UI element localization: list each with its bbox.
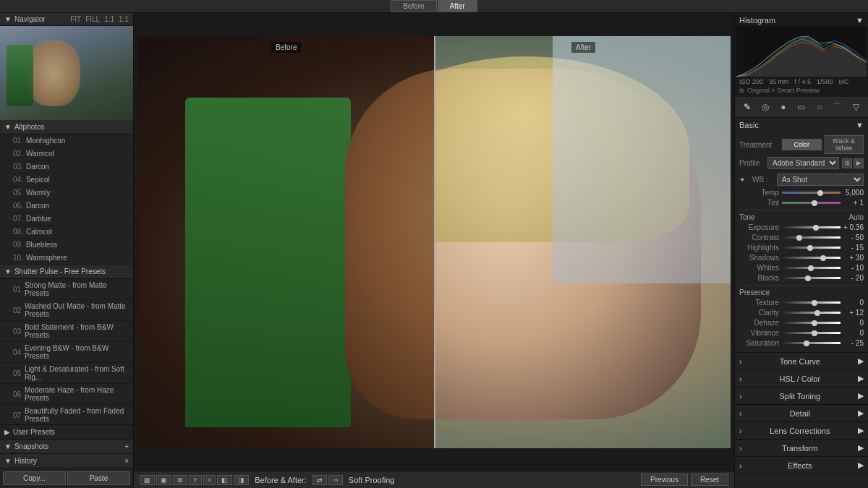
detail-panel[interactable]: › Detail ▶ xyxy=(735,405,868,422)
hsl-color-panel[interactable]: › HSL / Color ▶ xyxy=(735,370,868,388)
contrast-thumb[interactable] xyxy=(796,235,802,241)
list-item[interactable]: 04Evening B&W - from B&W Presets xyxy=(0,342,133,363)
basic-panel-chevron[interactable]: ▼ xyxy=(856,121,864,129)
whites-slider[interactable] xyxy=(782,267,841,269)
transform-panel[interactable]: › Transform ▶ xyxy=(735,440,868,457)
exposure-slider[interactable] xyxy=(782,226,841,228)
vibrance-thumb[interactable] xyxy=(812,330,817,336)
blacks-slider[interactable] xyxy=(782,277,841,279)
list-item[interactable]: 04.Sepicol xyxy=(0,174,133,187)
view-grid-btn[interactable]: ▦ xyxy=(140,475,155,485)
clarity-thumb[interactable] xyxy=(814,310,820,316)
dehaze-thumb[interactable] xyxy=(812,320,817,326)
transform-expand-icon[interactable]: ▶ xyxy=(858,443,864,453)
list-item[interactable]: 06.Darcon xyxy=(0,200,133,213)
split-toning-expand-icon[interactable]: ▶ xyxy=(858,391,864,401)
view-people-btn[interactable]: ≡ xyxy=(203,475,216,485)
list-item[interactable]: 10.Warmsphere xyxy=(0,252,133,265)
bw-treatment-button[interactable]: Black & White xyxy=(825,135,864,154)
list-item[interactable]: 01.Monhighcon xyxy=(0,134,133,147)
redeye-icon[interactable]: ● xyxy=(776,100,791,114)
view-compare-btn[interactable]: ⊠ xyxy=(173,475,187,485)
list-item[interactable]: 09.Bluebless xyxy=(0,239,133,252)
effects-expand-icon[interactable]: ▶ xyxy=(858,461,864,470)
list-item[interactable]: 07Beautifully Faded - from Faded Presets xyxy=(0,405,133,424)
spot-removal-icon[interactable]: ◎ xyxy=(758,100,773,114)
list-item[interactable]: 08.Calmcol xyxy=(0,226,133,239)
adjustment-brush-icon[interactable]: ⌒ xyxy=(830,100,845,114)
temp-thumb[interactable] xyxy=(817,190,823,196)
blacks-thumb[interactable] xyxy=(805,275,811,281)
snapshots-header[interactable]: ▼ Snapshots + xyxy=(0,439,133,453)
highlights-thumb[interactable] xyxy=(807,245,813,251)
hsl-expand-icon[interactable]: ▶ xyxy=(858,374,864,383)
crop-tool-icon[interactable]: ✎ xyxy=(740,100,754,114)
view-ba-btn2[interactable]: ◨ xyxy=(234,475,249,485)
profile-select[interactable]: Adobe Standard xyxy=(767,157,839,169)
lens-corrections-panel[interactable]: › Lens Corrections ▶ xyxy=(735,422,868,440)
texture-slider[interactable] xyxy=(782,301,841,304)
nav-ratio1[interactable]: 1:1 xyxy=(104,15,114,23)
graduated-filter-icon[interactable]: ▭ xyxy=(794,100,809,114)
profile-grid-icon[interactable]: ⊞ xyxy=(842,158,852,168)
tint-thumb[interactable] xyxy=(812,200,817,206)
snapshots-add-icon[interactable]: + xyxy=(124,442,129,450)
tint-slider[interactable] xyxy=(782,202,841,204)
before-tab[interactable]: Before xyxy=(391,0,436,12)
copy-button[interactable]: Copy... xyxy=(3,471,66,485)
list-item[interactable]: 05Light & Desaturated - from Soft Rig... xyxy=(0,363,133,384)
preset-group-altphotos[interactable]: ▼ Altphotos xyxy=(0,120,133,134)
list-item[interactable]: 03Bold Statement - from B&W Presets xyxy=(0,321,133,342)
eyedropper-icon[interactable]: ✦ xyxy=(739,175,749,185)
highlights-slider[interactable] xyxy=(782,247,841,249)
user-presets-header[interactable]: ▶ User Presets xyxy=(0,425,133,439)
history-header[interactable]: ▼ History × xyxy=(0,453,133,468)
exposure-thumb[interactable] xyxy=(813,225,819,231)
list-item[interactable]: 06Moderate Haze - from Haze Presets xyxy=(0,384,133,405)
dehaze-slider[interactable] xyxy=(782,322,841,324)
radial-filter-icon[interactable]: ○ xyxy=(812,100,827,114)
effects-panel[interactable]: › Effects ▶ xyxy=(735,457,868,474)
lens-expand-icon[interactable]: ▶ xyxy=(858,426,864,435)
list-item[interactable]: 03.Darcon xyxy=(0,160,133,174)
nav-fill[interactable]: FILL xyxy=(85,15,100,23)
list-item[interactable]: 07.Darblue xyxy=(0,213,133,226)
tone-auto-button[interactable]: Auto xyxy=(848,213,864,221)
saturation-slider[interactable] xyxy=(782,342,841,344)
profile-expand-icon[interactable]: ▶ xyxy=(854,158,864,168)
detail-expand-icon[interactable]: ▶ xyxy=(858,408,864,418)
basic-panel-header[interactable]: Basic ▼ xyxy=(735,118,868,132)
split-toning-panel[interactable]: › Split Toning ▶ xyxy=(735,388,868,405)
view-ba-btn[interactable]: ◧ xyxy=(217,475,232,485)
altphotos-collapse[interactable]: ▼ xyxy=(4,123,12,131)
ba-swap-btn[interactable]: ⇄ xyxy=(312,475,327,485)
history-close-icon[interactable]: × xyxy=(124,457,129,465)
texture-thumb[interactable] xyxy=(812,300,817,306)
nav-ratio2[interactable]: 1:1 xyxy=(119,15,129,23)
histogram-expand-icon[interactable]: ▼ xyxy=(856,16,864,25)
saturation-thumb[interactable] xyxy=(804,341,809,346)
range-mask-icon[interactable]: ▽ xyxy=(848,100,863,114)
history-collapse[interactable]: ▼ xyxy=(4,457,12,465)
preset-group-shutter-pulse[interactable]: ▼ Shutter Pulse - Free Presets xyxy=(0,265,133,279)
user-presets-collapse[interactable]: ▶ xyxy=(4,428,10,436)
whites-thumb[interactable] xyxy=(808,265,814,271)
after-tab[interactable]: After xyxy=(438,0,477,12)
list-item[interactable]: 02Washed Out Matte - from Matte Presets xyxy=(0,300,133,321)
temp-slider[interactable] xyxy=(782,192,841,194)
shadows-thumb[interactable] xyxy=(820,255,826,261)
tone-curve-panel[interactable]: › Tone Curve ▶ xyxy=(735,353,868,370)
shutter-pulse-collapse[interactable]: ▼ xyxy=(4,267,12,275)
reset-button[interactable]: Reset xyxy=(691,474,728,486)
paste-button[interactable]: Paste xyxy=(67,471,130,485)
list-item[interactable]: 01Strong Matte - from Matte Presets xyxy=(0,279,133,300)
ba-copy-btn[interactable]: ⇒ xyxy=(328,475,343,485)
snapshots-collapse[interactable]: ▼ xyxy=(4,442,12,450)
shadows-slider[interactable] xyxy=(782,257,841,259)
view-loupe-btn[interactable]: ▣ xyxy=(156,475,171,485)
list-item[interactable]: 02.Warmcol xyxy=(0,147,133,160)
previous-button[interactable]: Previous xyxy=(641,474,688,486)
tone-curve-expand-icon[interactable]: ▶ xyxy=(858,356,864,366)
nav-fit[interactable]: FIT xyxy=(70,15,81,23)
navigator-collapse-icon[interactable]: ▼ xyxy=(4,15,12,23)
